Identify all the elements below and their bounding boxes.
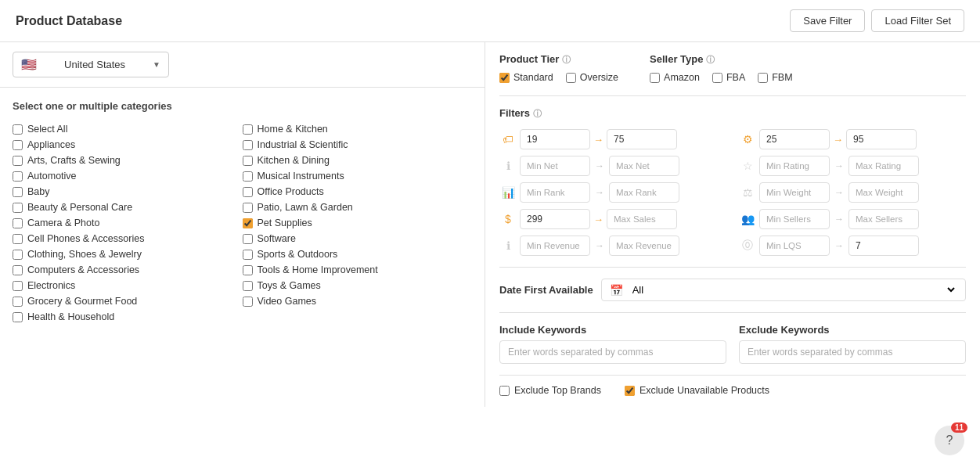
country-selector[interactable]: 🇺🇸 United States ▼ <box>13 52 169 77</box>
seller-type-option[interactable]: FBM <box>758 72 792 83</box>
list-item[interactable]: Appliances <box>13 137 243 153</box>
category-checkbox[interactable] <box>243 250 253 260</box>
list-item[interactable]: Health & Household <box>13 309 243 325</box>
product-tier-option[interactable]: Oversize <box>566 72 618 83</box>
save-filter-button[interactable]: Save Filter <box>790 9 865 32</box>
category-checkbox[interactable] <box>13 156 23 166</box>
categories-title: Select one or multiple categories <box>13 100 472 112</box>
date-select[interactable]: AllLast 30 daysLast 90 daysLast 6 months… <box>629 283 957 297</box>
revenue-icon: ℹ <box>499 237 517 254</box>
category-checkbox[interactable] <box>13 250 23 260</box>
category-checkbox[interactable] <box>243 124 253 135</box>
category-checkbox[interactable] <box>243 218 253 228</box>
category-checkbox[interactable] <box>13 171 23 182</box>
list-item[interactable]: Tools & Home Improvement <box>243 262 473 278</box>
list-item[interactable]: Select All <box>13 121 243 137</box>
category-checkbox[interactable] <box>13 281 23 291</box>
filter-row-net: ℹ → <box>499 156 726 176</box>
list-item[interactable]: Musical Instruments <box>243 168 473 184</box>
category-checkbox[interactable] <box>13 312 23 322</box>
category-col2: Home & KitchenIndustrial & ScientificKit… <box>243 121 473 325</box>
list-item[interactable]: Computers & Accessories <box>13 262 243 278</box>
include-keywords-input[interactable] <box>499 340 726 364</box>
category-checkbox[interactable] <box>243 171 253 182</box>
reviews-max-input[interactable] <box>846 129 917 149</box>
category-checkbox[interactable] <box>243 234 253 244</box>
help-icon: ? <box>946 433 953 448</box>
category-checkbox[interactable] <box>243 297 253 307</box>
category-checkbox[interactable] <box>13 265 23 275</box>
seller-type-option[interactable]: FBA <box>712 72 745 83</box>
bottom-option-item[interactable]: Exclude Top Brands <box>499 385 601 396</box>
weight-max-input[interactable] <box>848 182 919 203</box>
list-item[interactable]: Software <box>243 231 473 246</box>
rating-min-input[interactable] <box>759 156 830 176</box>
net-max-input[interactable] <box>609 156 679 176</box>
lqs-max-input[interactable] <box>848 236 919 256</box>
calendar-icon: 📅 <box>610 284 623 297</box>
category-checkbox[interactable] <box>13 218 23 228</box>
rating-max-input[interactable] <box>848 156 919 176</box>
seller-type-option[interactable]: Amazon <box>650 72 700 83</box>
list-item[interactable]: Home & Kitchen <box>243 121 473 137</box>
list-item[interactable]: Cell Phones & Accessories <box>13 231 243 246</box>
weight-min-input[interactable] <box>759 182 830 203</box>
revenue-max-input[interactable] <box>609 236 679 256</box>
list-item[interactable]: Electronics <box>13 278 243 293</box>
arrow-icon3: → <box>593 214 603 225</box>
list-item[interactable]: Camera & Photo <box>13 215 243 231</box>
filters-help-icon[interactable]: ⓘ <box>533 109 542 118</box>
price-min-input[interactable] <box>520 129 590 149</box>
list-item[interactable]: Beauty & Personal Care <box>13 200 243 215</box>
lqs-icon: ⓪ <box>739 237 756 254</box>
lqs-min-input[interactable] <box>759 236 830 256</box>
category-checkbox[interactable] <box>13 187 23 197</box>
revenue-min-input[interactable] <box>520 236 590 256</box>
category-checkbox[interactable] <box>13 140 23 150</box>
net-min-input[interactable] <box>520 156 590 176</box>
product-tier-option[interactable]: Standard <box>499 72 553 83</box>
list-item[interactable]: Clothing, Shoes & Jewelry <box>13 246 243 262</box>
rank-min-input[interactable] <box>520 182 590 203</box>
category-checkbox[interactable] <box>13 203 23 213</box>
list-item[interactable]: Arts, Crafts & Sewing <box>13 153 243 168</box>
category-checkbox[interactable] <box>243 140 253 150</box>
load-filter-button[interactable]: Load Filter Set <box>871 9 964 32</box>
list-item[interactable]: Video Games <box>243 293 473 309</box>
sellers-max-input[interactable] <box>848 209 919 229</box>
country-flag: 🇺🇸 <box>21 57 37 72</box>
sales-max-input[interactable] <box>607 209 677 229</box>
product-tier-help-icon[interactable]: ⓘ <box>562 55 571 64</box>
category-checkbox[interactable] <box>13 234 23 244</box>
bottom-option-item[interactable]: Exclude Unavailable Products <box>625 385 769 396</box>
price-max-input[interactable] <box>607 129 677 149</box>
sales-min-input[interactable] <box>520 209 590 229</box>
date-select-wrapper[interactable]: 📅 AllLast 30 daysLast 90 daysLast 6 mont… <box>601 279 966 301</box>
list-item[interactable]: Sports & Outdoors <box>243 246 473 262</box>
list-item[interactable]: Baby <box>13 184 243 200</box>
category-checkbox[interactable] <box>13 124 23 135</box>
separator: → <box>593 160 606 171</box>
category-checkbox[interactable] <box>243 156 253 166</box>
category-checkbox[interactable] <box>243 187 253 197</box>
rank-max-input[interactable] <box>609 182 679 203</box>
reviews-icon: ⚙ <box>739 131 756 148</box>
list-item[interactable]: Patio, Lawn & Garden <box>243 200 473 215</box>
list-item[interactable]: Toys & Games <box>243 278 473 293</box>
list-item[interactable]: Office Products <box>243 184 473 200</box>
list-item[interactable]: Grocery & Gourmet Food <box>13 293 243 309</box>
category-checkbox[interactable] <box>243 265 253 275</box>
category-checkbox[interactable] <box>243 203 253 213</box>
seller-type-help-icon[interactable]: ⓘ <box>706 55 715 64</box>
exclude-keywords-group: Exclude Keywords <box>739 324 966 364</box>
exclude-keywords-input[interactable] <box>739 340 966 364</box>
list-item[interactable]: Industrial & Scientific <box>243 137 473 153</box>
category-checkbox[interactable] <box>243 281 253 291</box>
sellers-min-input[interactable] <box>759 209 830 229</box>
category-checkbox[interactable] <box>13 297 23 307</box>
help-button[interactable]: 11 ? <box>935 426 964 455</box>
reviews-min-input[interactable] <box>759 129 830 149</box>
list-item[interactable]: Kitchen & Dining <box>243 153 473 168</box>
list-item[interactable]: Automotive <box>13 168 243 184</box>
list-item[interactable]: Pet Supplies <box>243 215 473 231</box>
